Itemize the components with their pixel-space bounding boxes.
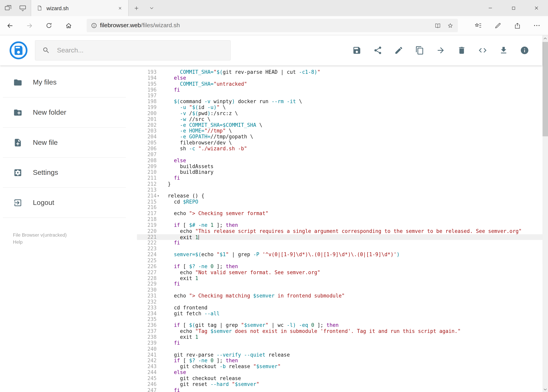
sidebar-item-new-folder[interactable]: New folder <box>0 98 137 127</box>
code-line[interactable]: 212} <box>137 181 542 187</box>
code-line[interactable]: 243 git checkout -b release "$semver" <box>137 364 542 370</box>
code-line[interactable]: 213 <box>137 187 542 193</box>
code-text[interactable] <box>164 187 542 193</box>
rename-button[interactable] <box>394 46 403 55</box>
code-line[interactable]: 222 fi <box>137 240 542 246</box>
code-text[interactable]: echo "> Checking matching $semver in fro… <box>164 293 542 299</box>
set-aside-tabs-button[interactable] <box>4 4 13 13</box>
code-text[interactable] <box>164 287 542 293</box>
scroll-down-arrow-icon[interactable] <box>542 386 548 392</box>
code-text[interactable]: release () { <box>164 193 542 199</box>
code-text[interactable]: else <box>164 370 542 375</box>
code-line[interactable]: 238 exit 1 <box>137 334 542 340</box>
code-line[interactable]: 218 <box>137 217 542 222</box>
code-line[interactable]: 231 echo "> Checking matching $semver in… <box>137 293 542 299</box>
code-line[interactable]: 210 buildBinary <box>137 169 542 175</box>
code-editor[interactable]: 193 COMMIT_SHA="$(git rev-parse HEAD | c… <box>137 65 542 392</box>
code-line[interactable]: 219 if [ $# -ne 1 ]; then <box>137 222 542 228</box>
code-text[interactable] <box>164 258 542 264</box>
scrollbar-thumb[interactable] <box>542 42 548 136</box>
maximize-button[interactable] <box>502 0 525 16</box>
code-text[interactable] <box>164 246 542 252</box>
code-line[interactable]: 201 -w //src \ <box>137 116 542 122</box>
code-text[interactable]: COMMIT_SHA="untracked" <box>164 81 542 87</box>
code-line[interactable]: 232 <box>137 299 542 305</box>
sidebar-item-settings[interactable]: Settings <box>0 158 137 188</box>
tab-list-dropdown-icon[interactable] <box>144 0 160 16</box>
url-text[interactable]: filebrowser.web/files/wizard.sh <box>100 22 431 29</box>
code-line[interactable]: 241 git rev-parse --verify --quiet relea… <box>137 352 542 358</box>
code-line[interactable]: 196 fi <box>137 87 542 93</box>
code-text[interactable] <box>164 299 542 305</box>
code-line[interactable]: 198 $(command -v winpty) docker run --rm… <box>137 99 542 105</box>
code-text[interactable]: if [ $(git tag | grep "$semver" | wc -l)… <box>164 322 542 328</box>
code-line[interactable]: 229 fi <box>137 281 542 287</box>
code-text[interactable]: exit 1 <box>164 275 542 281</box>
download-button[interactable] <box>499 46 508 55</box>
code-line[interactable]: 239 fi <box>137 340 542 346</box>
code-line[interactable]: 204 -e GOPATH=//tmp/gopath \ <box>137 134 542 140</box>
code-text[interactable]: } <box>164 181 542 187</box>
sidebar-item-logout[interactable]: Logout <box>0 188 137 217</box>
code-line[interactable]: 230 <box>137 287 542 293</box>
code-text[interactable]: -v /$(pwd):/src:z \ <box>164 110 542 116</box>
code-text[interactable]: -u "$(id -u)" \ <box>164 105 542 110</box>
code-text[interactable]: fi <box>164 340 542 346</box>
site-info-icon[interactable] <box>88 20 100 32</box>
code-line[interactable]: 194 else <box>137 75 542 81</box>
code-text[interactable]: COMMIT_SHA="$(git rev-parse HEAD | cut -… <box>164 69 542 75</box>
move-button[interactable] <box>436 46 445 55</box>
sidebar-item-my-files[interactable]: My files <box>0 68 137 97</box>
code-text[interactable]: fi <box>164 175 542 181</box>
annotate-pen-button[interactable] <box>488 16 507 35</box>
info-button[interactable] <box>520 46 529 55</box>
code-line[interactable]: 203 -e HOME="//tmp" \ <box>137 128 542 134</box>
code-text[interactable]: -w //src \ <box>164 116 542 122</box>
forward-button[interactable] <box>20 16 39 35</box>
reading-view-button[interactable] <box>431 20 444 32</box>
code-line[interactable]: 246 git reset --hard "$semver" <box>137 381 542 387</box>
code-line[interactable]: 202 -e COMMIT_SHA=$COMMIT_SHA \ <box>137 122 542 128</box>
code-line[interactable]: 211 fi <box>137 175 542 181</box>
code-line[interactable]: 236 if [ $(git tag | grep "$semver" | wc… <box>137 322 542 328</box>
scroll-up-arrow-icon[interactable] <box>542 35 548 41</box>
code-text[interactable]: git reset --hard "$semver" <box>164 381 542 387</box>
code-line[interactable]: 244 else <box>137 370 542 375</box>
code-line[interactable]: 214▾release () { <box>137 193 542 199</box>
code-text[interactable] <box>164 217 542 222</box>
minimize-button[interactable] <box>479 0 502 16</box>
code-text[interactable] <box>164 346 542 352</box>
code-line[interactable]: 221 exit 1 <box>137 234 542 240</box>
code-line[interactable]: 207 <box>137 152 542 158</box>
code-text[interactable]: echo "Tag $semver does not exist in subm… <box>164 328 542 334</box>
code-text[interactable]: exit 1 <box>164 234 542 240</box>
hub-favorites-button[interactable] <box>468 16 488 35</box>
more-menu-button[interactable] <box>527 16 547 35</box>
tab-close-button[interactable] <box>115 3 125 13</box>
code-line[interactable]: 237 echo "Tag $semver does not exist in … <box>137 328 542 334</box>
page-scrollbar[interactable] <box>542 35 548 392</box>
code-line[interactable]: 209 buildAssets <box>137 163 542 169</box>
code-line[interactable]: 217 echo "> Checking semver format" <box>137 210 542 217</box>
code-text[interactable]: buildAssets <box>164 163 542 169</box>
code-line[interactable]: 223 <box>137 246 542 252</box>
home-button[interactable] <box>59 16 78 35</box>
code-text[interactable]: git checkout release <box>164 375 542 381</box>
fold-marker-icon[interactable]: ▾ <box>157 194 159 198</box>
code-text[interactable]: git checkout -b release "$semver" <box>164 364 542 370</box>
new-tab-button[interactable] <box>129 0 144 16</box>
code-line[interactable]: 216 <box>137 205 542 210</box>
filebrowser-logo[interactable] <box>9 41 28 59</box>
code-line[interactable]: 208 else <box>137 158 542 163</box>
code-line[interactable]: 205 filebrowser/dev \ <box>137 140 542 146</box>
code-line[interactable]: 242 if [ $? -ne 0 ]; then <box>137 358 542 364</box>
code-line[interactable]: 193 COMMIT_SHA="$(git rev-parse HEAD | c… <box>137 69 542 75</box>
code-text[interactable]: fi <box>164 281 542 287</box>
code-text[interactable]: -e COMMIT_SHA=$COMMIT_SHA \ <box>164 122 542 128</box>
code-text[interactable]: if [ $# -ne 1 ]; then <box>164 222 542 228</box>
browser-tab[interactable]: wizard.sh <box>31 0 129 16</box>
code-text[interactable]: cd $REPO <box>164 199 542 205</box>
code-line[interactable]: 224 semver=$(echo "$1" | grep -P '^v(0|[… <box>137 252 542 258</box>
code-text[interactable]: semver=$(echo "$1" | grep -P '^v(0|[1-9]… <box>164 252 542 258</box>
back-button[interactable] <box>0 16 20 35</box>
